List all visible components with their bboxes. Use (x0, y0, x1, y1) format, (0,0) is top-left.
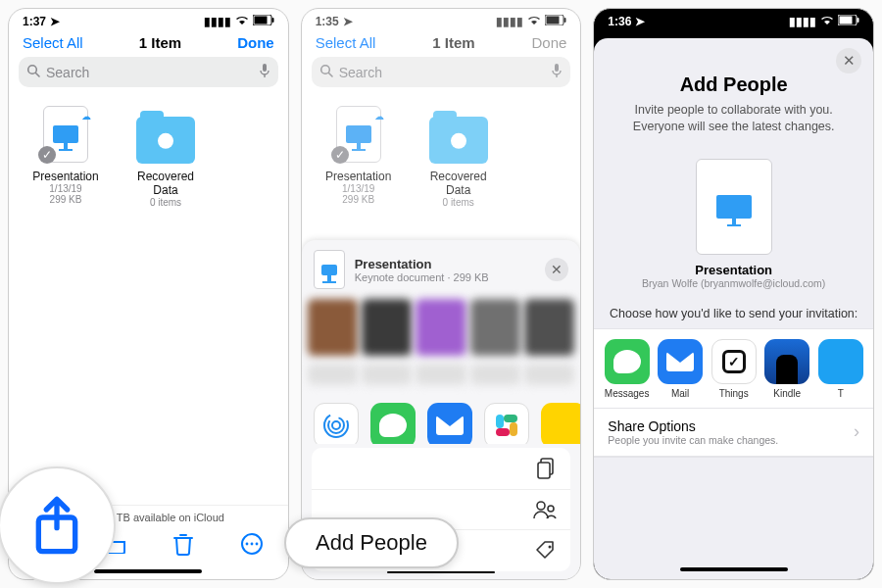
file-name: Presentation (32, 170, 98, 183)
share-close-button[interactable]: ✕ (545, 258, 568, 281)
document-owner: Bryan Wolfe (bryanmwolfe@icloud.com) (594, 277, 873, 289)
svg-rect-28 (840, 17, 853, 24)
svg-rect-17 (555, 64, 559, 72)
nav-bar: Select All 1 Item Done (302, 30, 581, 57)
file-items-count: 0 items (150, 197, 181, 208)
status-time: 1:37 (23, 15, 46, 28)
file-size: 299 KB (342, 194, 374, 205)
select-all-button[interactable]: Select All (316, 34, 376, 51)
svg-point-25 (548, 506, 554, 512)
svg-point-9 (246, 543, 249, 546)
home-indicator[interactable] (680, 567, 788, 571)
location-icon: ➤ (343, 15, 353, 28)
file-size: 299 KB (50, 194, 82, 205)
modal-description: Invite people to collaborate with you. E… (615, 102, 852, 135)
share-doc-title: Presentation (355, 257, 489, 271)
file-item-presentation[interactable]: ☁︎ ✓ Presentation 1/13/19 299 KB (318, 105, 400, 208)
document-preview (696, 159, 772, 255)
signal-icon: ▮▮▮▮ (789, 15, 816, 28)
file-item-recovered-data[interactable]: Recovered Data 0 items (124, 105, 207, 208)
invite-app-messages[interactable]: Messages (604, 339, 650, 399)
svg-rect-23 (538, 463, 550, 478)
selected-check-icon: ✓ (38, 146, 56, 164)
share-app-mail[interactable]: Mail (427, 403, 472, 444)
file-grid: ☁︎ ✓ Presentation 1/13/19 299 KB Recover… (9, 95, 288, 218)
share-app-airdrop[interactable]: AirDrop (314, 403, 359, 444)
share-contacts-row-2[interactable] (302, 364, 581, 393)
dictate-icon[interactable] (259, 63, 270, 81)
document-name: Presentation (594, 263, 873, 277)
file-item-recovered-data[interactable]: Recovered Data 0 items (417, 105, 500, 208)
invite-method-label: Choose how you'd like to send your invit… (594, 307, 873, 320)
invite-app-things[interactable]: Things (710, 339, 757, 399)
selected-check-icon: ✓ (331, 146, 349, 164)
status-time: 1:35 (316, 15, 339, 28)
search-input[interactable]: Search (19, 57, 278, 87)
svg-rect-1 (254, 17, 267, 24)
home-indicator[interactable] (94, 569, 202, 573)
kindle-icon (764, 339, 809, 384)
callout-add-people: Add People (284, 517, 459, 568)
share-apps-row: AirDrop Messages Mail Slack Sn (302, 393, 581, 444)
search-icon (26, 64, 40, 80)
home-indicator[interactable] (387, 571, 495, 573)
done-button[interactable]: Done (237, 34, 274, 51)
wifi-icon (820, 15, 834, 28)
status-bar: 1:37 ➤ ▮▮▮▮ (9, 9, 288, 30)
done-button[interactable]: Done (531, 34, 566, 51)
add-people-modal: ✕ Add People Invite people to collaborat… (594, 38, 873, 579)
app-icon-partial (818, 339, 863, 384)
mail-icon (658, 339, 703, 384)
action-copy[interactable] (312, 448, 571, 490)
search-input[interactable]: Search (312, 57, 571, 87)
file-name: Recovered Data (124, 170, 207, 197)
file-name: Recovered Data (417, 170, 500, 197)
mail-icon (427, 403, 472, 444)
cloud-download-icon: ☁︎ (374, 111, 384, 122)
invite-app-kindle[interactable]: Kindle (764, 339, 810, 399)
messages-icon (370, 403, 416, 444)
trash-button[interactable] (173, 532, 193, 561)
file-item-presentation[interactable]: ☁︎ ✓ Presentation 1/13/19 299 KB (24, 105, 107, 208)
svg-point-24 (537, 502, 545, 510)
dictate-icon[interactable] (551, 63, 563, 81)
airdrop-icon (314, 403, 359, 444)
folder-icon (429, 117, 488, 164)
share-contacts-row[interactable] (302, 299, 581, 364)
share-app-messages[interactable]: Messages (370, 403, 416, 444)
app-label: Kindle (773, 388, 801, 399)
callout-label: Add People (316, 530, 427, 556)
nav-bar: Select All 1 Item Done (9, 30, 288, 57)
folder-icon (136, 117, 195, 164)
share-app-more[interactable]: Sn (541, 403, 581, 444)
svg-rect-2 (271, 18, 273, 23)
invite-app-mail[interactable]: Mail (658, 339, 704, 399)
battery-icon (838, 15, 859, 28)
share-options-row[interactable]: Share Options People you invite can make… (594, 408, 873, 457)
slack-icon (484, 403, 529, 444)
more-button[interactable] (240, 532, 264, 561)
svg-rect-13 (547, 17, 560, 24)
svg-line-4 (36, 74, 40, 77)
invite-app-more[interactable]: T (817, 339, 863, 399)
share-app-slack[interactable]: Slack (484, 403, 529, 444)
svg-rect-29 (858, 18, 859, 23)
file-date: 1/13/19 (49, 183, 81, 194)
chevron-right-icon: › (854, 421, 859, 442)
callout-share-icon (0, 466, 116, 584)
app-label: T (838, 388, 844, 399)
wifi-icon (527, 15, 541, 28)
select-all-button[interactable]: Select All (23, 34, 83, 51)
svg-line-16 (328, 74, 332, 77)
status-bar: 1:35 ➤ ▮▮▮▮ (302, 9, 581, 30)
app-label: Things (719, 388, 749, 399)
svg-point-20 (328, 417, 344, 433)
search-icon (319, 64, 333, 80)
nav-title: 1 Item (432, 34, 474, 51)
file-name: Presentation (325, 170, 391, 183)
svg-rect-5 (263, 64, 267, 72)
messages-icon (605, 339, 650, 384)
things-icon (711, 339, 757, 384)
modal-close-button[interactable]: ✕ (836, 48, 861, 74)
svg-point-10 (251, 543, 254, 546)
